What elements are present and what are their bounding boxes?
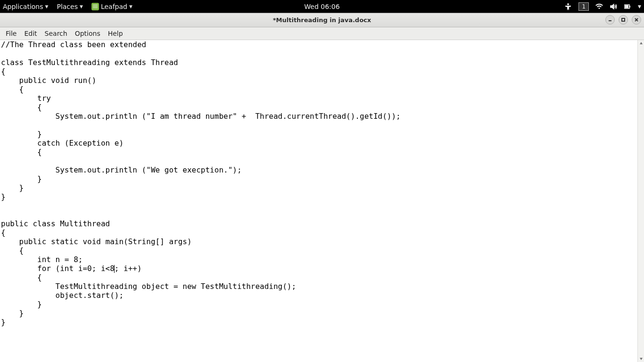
workspace-indicator[interactable]: 1 <box>578 2 589 11</box>
maximize-button[interactable] <box>619 15 628 25</box>
places-menu[interactable]: Places ▼ <box>57 3 83 10</box>
workspace-number: 1 <box>582 3 586 10</box>
chevron-down-icon[interactable]: ▼ <box>638 4 641 9</box>
editor-container: //The Thread class been extended class T… <box>0 40 644 362</box>
vertical-scrollbar[interactable] <box>637 40 644 362</box>
volume-icon[interactable] <box>610 3 617 10</box>
network-wifi-icon[interactable] <box>595 3 603 10</box>
clock-text: Wed 06:06 <box>304 3 339 10</box>
editor-text-before-caret: //The Thread class been extended class T… <box>1 40 405 273</box>
minimize-button[interactable] <box>605 15 615 25</box>
panel-left: Applications ▼ Places ▼ Leafpad ▼ <box>3 3 132 10</box>
menu-file-label: File <box>6 30 17 37</box>
chevron-down-icon: ▼ <box>80 4 83 9</box>
menu-file[interactable]: File <box>2 28 20 39</box>
menu-options-label: Options <box>75 30 100 37</box>
active-app-label: Leafpad <box>101 3 127 10</box>
leafpad-window: *Multithreading in java.docx File Edit S… <box>0 13 644 362</box>
scroll-up-button[interactable] <box>638 40 644 47</box>
menu-options[interactable]: Options <box>71 28 104 39</box>
menu-edit[interactable]: Edit <box>20 28 41 39</box>
svg-rect-5 <box>622 18 625 21</box>
svg-rect-2 <box>629 6 630 8</box>
menu-search-label: Search <box>45 30 67 37</box>
window-controls <box>605 15 641 25</box>
applications-label: Applications <box>3 3 43 10</box>
chevron-down-icon: ▼ <box>129 4 132 9</box>
clock[interactable]: Wed 06:06 <box>304 3 339 10</box>
gnome-top-panel: Applications ▼ Places ▼ Leafpad ▼ Wed 06… <box>0 0 644 13</box>
menu-search[interactable]: Search <box>41 28 71 39</box>
menu-help[interactable]: Help <box>104 28 127 39</box>
svg-point-0 <box>567 3 569 5</box>
battery-icon[interactable] <box>624 3 631 10</box>
active-app-menu[interactable]: Leafpad ▼ <box>91 3 132 10</box>
chevron-down-icon: ▼ <box>45 4 49 9</box>
window-title: *Multithreading in java.docx <box>273 16 371 24</box>
menubar: File Edit Search Options Help <box>0 27 644 40</box>
applications-menu[interactable]: Applications ▼ <box>3 3 48 10</box>
scroll-down-button[interactable] <box>638 355 644 362</box>
window-titlebar[interactable]: *Multithreading in java.docx <box>0 13 644 27</box>
panel-right: 1 ▼ <box>564 2 641 11</box>
editor-text-after-caret: ; i++) { TestMultithreading object = new… <box>1 264 301 327</box>
places-label: Places <box>57 3 78 10</box>
svg-rect-3 <box>625 5 628 8</box>
menu-help-label: Help <box>108 30 123 37</box>
accessibility-icon[interactable] <box>564 3 572 10</box>
leafpad-icon <box>91 3 99 10</box>
close-button[interactable] <box>632 15 641 25</box>
text-editor[interactable]: //The Thread class been extended class T… <box>0 40 637 362</box>
menu-edit-label: Edit <box>24 30 37 37</box>
